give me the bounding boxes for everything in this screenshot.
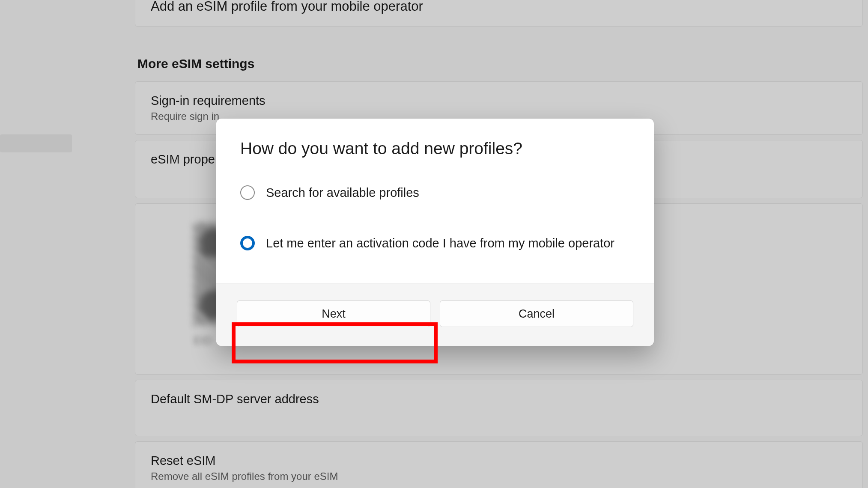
radio-label: Let me enter an activation code I have f… (266, 236, 614, 250)
dialog-body: How do you want to add new profiles? Sea… (216, 119, 654, 283)
dialog-footer: Next Cancel (216, 283, 654, 346)
smdp-address-card[interactable]: Default SM-DP server address (135, 380, 863, 436)
reset-esim-card[interactable]: Reset eSIM Remove all eSIM profiles from… (135, 441, 863, 488)
reset-title: Reset eSIM (151, 454, 847, 468)
add-profile-dialog: How do you want to add new profiles? Sea… (216, 119, 654, 346)
add-esim-profile-card[interactable]: Add an eSIM profile from your mobile ope… (135, 0, 863, 27)
add-esim-profile-title: Add an eSIM profile from your mobile ope… (151, 0, 847, 14)
more-esim-settings-heading: More eSIM settings (137, 57, 868, 71)
next-button[interactable]: Next (237, 301, 430, 327)
radio-icon (240, 185, 255, 200)
smdp-title: Default SM-DP server address (151, 392, 847, 406)
radio-icon-selected (240, 236, 255, 250)
radio-option-activation-code[interactable]: Let me enter an activation code I have f… (240, 236, 630, 250)
dialog-title: How do you want to add new profiles? (240, 139, 630, 158)
reset-subtitle: Remove all eSIM profiles from your eSIM (151, 470, 847, 482)
signin-title: Sign-in requirements (151, 94, 847, 108)
radio-label: Search for available profiles (266, 186, 419, 200)
radio-option-search[interactable]: Search for available profiles (240, 185, 630, 200)
sidebar-selected-item[interactable] (0, 134, 72, 152)
cancel-button[interactable]: Cancel (440, 301, 633, 327)
